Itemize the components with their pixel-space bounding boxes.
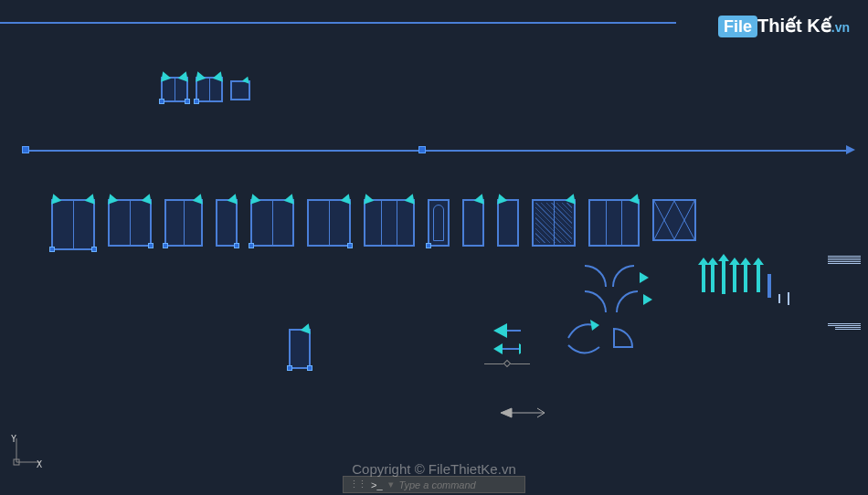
swing-arrow-icon bbox=[405, 192, 418, 205]
swing-arrow-icon bbox=[341, 192, 355, 205]
tick-symbol bbox=[788, 292, 789, 305]
up-arrow-symbol[interactable] bbox=[733, 265, 736, 292]
arrow-icon bbox=[640, 272, 649, 283]
up-arrow-symbol[interactable] bbox=[757, 265, 760, 292]
window-block-b[interactable] bbox=[196, 77, 223, 102]
grip-handle[interactable] bbox=[287, 365, 292, 371]
swing-arrow-icon bbox=[142, 192, 155, 205]
grip-handle[interactable] bbox=[185, 99, 190, 104]
swing-arrow-icon bbox=[248, 192, 261, 205]
svg-marker-5 bbox=[493, 343, 503, 354]
grip-handle-mid[interactable] bbox=[418, 146, 426, 153]
grip-handle[interactable] bbox=[91, 247, 97, 252]
door-single-a[interactable] bbox=[164, 199, 203, 247]
plan-swing-icon[interactable] bbox=[493, 342, 521, 360]
grip-handle[interactable] bbox=[194, 99, 199, 104]
swing-arrow-icon bbox=[474, 192, 488, 205]
command-input[interactable] bbox=[399, 479, 526, 490]
watermark-logo: FileThiết Kế.vn bbox=[718, 15, 850, 37]
top-divider-line bbox=[0, 22, 676, 24]
door-swing-symbol[interactable] bbox=[616, 290, 638, 312]
door-narrow-open[interactable] bbox=[289, 329, 311, 369]
grip-handle[interactable] bbox=[148, 243, 153, 248]
door-narrow-b[interactable] bbox=[462, 199, 484, 247]
grip-handle[interactable] bbox=[159, 99, 164, 104]
plan-arc-icon[interactable] bbox=[566, 343, 603, 365]
door-slide-b[interactable] bbox=[307, 199, 351, 247]
door-swing-symbol[interactable] bbox=[612, 265, 634, 287]
drag-handle-icon[interactable]: ⋮⋮ bbox=[349, 479, 365, 490]
door-v-brace[interactable] bbox=[652, 199, 696, 241]
swing-arrow-icon bbox=[193, 192, 206, 205]
door-double-tall[interactable] bbox=[51, 199, 95, 250]
svg-marker-8 bbox=[590, 320, 599, 331]
swing-arrow-icon bbox=[242, 75, 251, 83]
ucs-icon: Y X bbox=[11, 435, 44, 468]
plan-quarter-icon[interactable] bbox=[612, 325, 636, 353]
swing-arrow-icon bbox=[158, 69, 172, 82]
plan-symbol-cluster bbox=[484, 320, 649, 374]
logo-part2: Thiết Kế bbox=[757, 16, 831, 36]
line-group-b[interactable] bbox=[828, 323, 861, 330]
cad-canvas[interactable]: FileThiết Kế.vn bbox=[0, 0, 868, 495]
block-row-top bbox=[161, 77, 250, 102]
grip-handle[interactable] bbox=[234, 243, 239, 248]
ucs-x-label: X bbox=[37, 459, 42, 468]
block-row-main bbox=[51, 199, 696, 250]
svg-line-12 bbox=[537, 413, 545, 417]
up-arrow-symbol[interactable] bbox=[744, 265, 747, 292]
section-arrow-symbol[interactable] bbox=[501, 405, 546, 424]
command-line-bar[interactable]: ⋮⋮ >_ ▾ bbox=[343, 476, 525, 493]
swing-arrow-icon bbox=[193, 69, 206, 82]
line-group-a[interactable] bbox=[828, 256, 861, 264]
door-hatch[interactable] bbox=[532, 199, 576, 247]
swing-arrow-icon bbox=[301, 321, 314, 334]
door-swing-symbol[interactable] bbox=[585, 290, 607, 312]
command-prompt-icon: >_ bbox=[371, 479, 383, 490]
column-symbol[interactable] bbox=[767, 274, 771, 298]
plan-swing-icon[interactable] bbox=[493, 321, 521, 343]
swing-arrow-icon bbox=[178, 69, 192, 82]
window-block-a[interactable] bbox=[161, 77, 188, 102]
door-swing-symbol[interactable] bbox=[585, 265, 607, 287]
door-double[interactable] bbox=[108, 199, 152, 247]
door-triple[interactable] bbox=[588, 199, 640, 247]
swing-arrow-icon bbox=[284, 192, 298, 205]
grip-handle[interactable] bbox=[347, 243, 353, 248]
grip-handle[interactable] bbox=[249, 243, 254, 248]
window-block-small[interactable] bbox=[230, 80, 250, 100]
swing-arrow-icon bbox=[228, 192, 241, 205]
up-arrow-symbol[interactable] bbox=[711, 265, 715, 292]
swing-arrow-icon bbox=[48, 192, 62, 205]
door-slide-a[interactable] bbox=[250, 199, 294, 247]
swing-arrow-icon bbox=[566, 192, 579, 205]
grip-handle[interactable] bbox=[307, 365, 312, 371]
grip-handle-start[interactable] bbox=[22, 146, 29, 153]
logo-suffix: .vn bbox=[831, 20, 850, 35]
arrow-icon bbox=[643, 294, 652, 305]
break-line bbox=[484, 363, 530, 364]
tick-symbol bbox=[778, 294, 780, 303]
swing-arrow-icon bbox=[630, 192, 643, 205]
svg-line-11 bbox=[537, 408, 545, 413]
grip-handle-end-arrow[interactable] bbox=[846, 145, 855, 154]
selected-polyline[interactable] bbox=[26, 150, 850, 152]
svg-marker-10 bbox=[501, 408, 512, 417]
door-narrow-a[interactable] bbox=[428, 199, 450, 247]
grip-handle[interactable] bbox=[426, 243, 431, 248]
up-arrow-symbol[interactable] bbox=[702, 265, 705, 292]
block-row-lower bbox=[289, 329, 311, 369]
grip-handle[interactable] bbox=[49, 247, 55, 252]
door-single-b[interactable] bbox=[216, 199, 238, 247]
up-arrow-symbol[interactable] bbox=[722, 261, 725, 294]
copyright-watermark: Copyright © FileThietKe.vn bbox=[352, 461, 515, 477]
swing-arrow-icon bbox=[494, 192, 508, 205]
command-separator: ▾ bbox=[388, 479, 394, 490]
plan-arc-icon[interactable] bbox=[566, 320, 599, 345]
swing-arrow-icon bbox=[361, 192, 375, 205]
svg-marker-7 bbox=[519, 343, 521, 354]
swing-arrow-icon bbox=[213, 69, 227, 82]
door-narrow-c[interactable] bbox=[497, 199, 519, 247]
grip-handle[interactable] bbox=[163, 243, 168, 248]
door-slide-c[interactable] bbox=[364, 199, 415, 247]
